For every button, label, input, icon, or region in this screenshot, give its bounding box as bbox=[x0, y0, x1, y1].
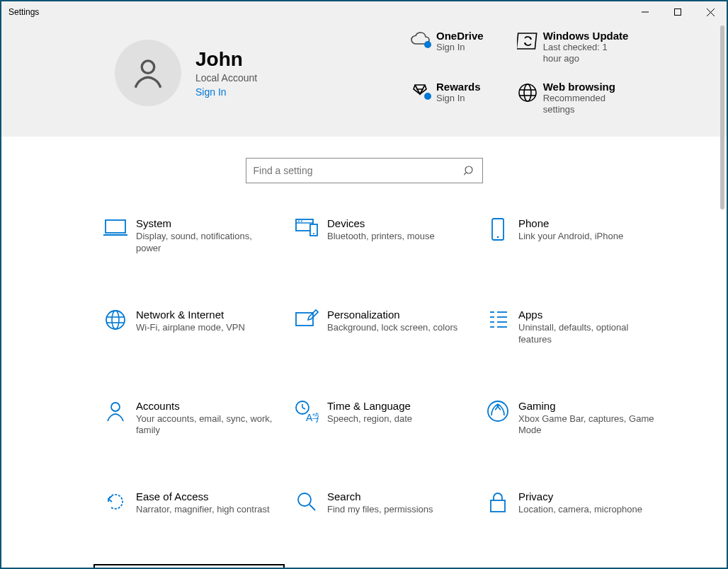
personalization-icon bbox=[289, 309, 324, 328]
avatar bbox=[115, 40, 181, 106]
scrollbar-thumb[interactable] bbox=[720, 25, 724, 209]
window-title: Settings bbox=[8, 7, 39, 17]
category-phone[interactable]: Phone Link your Android, iPhone bbox=[476, 212, 667, 260]
status-title: Rewards bbox=[436, 81, 481, 93]
search-area bbox=[1, 137, 727, 212]
search-icon bbox=[464, 165, 475, 176]
svg-point-9 bbox=[524, 84, 531, 101]
category-sub: Your accounts, email, sync, work, family bbox=[136, 413, 278, 437]
status-title: OneDrive bbox=[436, 30, 484, 42]
ease-of-access-icon bbox=[98, 490, 133, 513]
category-title: System bbox=[136, 217, 278, 229]
privacy-icon bbox=[480, 490, 516, 515]
category-title: Personalization bbox=[327, 309, 469, 321]
category-sub: Wi-Fi, airplane mode, VPN bbox=[136, 322, 278, 334]
svg-point-7 bbox=[424, 93, 431, 100]
svg-point-19 bbox=[301, 221, 302, 222]
svg-point-5 bbox=[424, 41, 431, 48]
category-privacy[interactable]: Privacy Location, camera, microphone bbox=[476, 485, 667, 522]
svg-rect-6 bbox=[517, 33, 537, 49]
category-title: Time & Language bbox=[327, 400, 469, 412]
network-icon bbox=[98, 309, 133, 331]
status-rewards[interactable]: Rewards Sign In bbox=[405, 81, 484, 116]
category-sub: Background, lock screen, colors bbox=[327, 322, 469, 334]
titlebar: Settings bbox=[1, 1, 727, 23]
category-title: Apps bbox=[518, 309, 660, 321]
category-ease-of-access[interactable]: Ease of Access Narrator, magnifier, high… bbox=[93, 485, 285, 522]
time-language-icon: A字 bbox=[289, 400, 324, 423]
category-apps[interactable]: Apps Uninstall, defaults, optional featu… bbox=[476, 303, 667, 352]
svg-point-4 bbox=[142, 60, 154, 73]
category-sub: Location, camera, microphone bbox=[518, 504, 660, 516]
svg-text:A字: A字 bbox=[306, 412, 319, 423]
category-update-security[interactable]: Update & Security Windows Update, recove… bbox=[93, 564, 285, 569]
rewards-icon bbox=[405, 81, 436, 102]
status-sub: Sign In bbox=[436, 93, 481, 104]
minimize-icon bbox=[642, 8, 649, 16]
devices-icon bbox=[289, 217, 324, 237]
category-sub: Speech, region, date bbox=[327, 413, 469, 425]
sign-in-link[interactable]: Sign In bbox=[195, 86, 257, 98]
status-sub: Recommended settings bbox=[543, 93, 621, 116]
user-name: John bbox=[195, 48, 257, 71]
category-devices[interactable]: Devices Bluetooth, printers, mouse bbox=[285, 212, 476, 260]
svg-point-23 bbox=[497, 236, 499, 238]
category-time-language[interactable]: A字 Time & Language Speech, region, date bbox=[285, 394, 476, 443]
search-box[interactable] bbox=[246, 158, 483, 183]
category-search[interactable]: Search Find my files, permissions bbox=[285, 485, 476, 522]
status-web-browsing[interactable]: Web browsing Recommended settings bbox=[512, 81, 629, 116]
svg-point-37 bbox=[111, 403, 120, 411]
search-category-icon bbox=[289, 490, 324, 513]
category-title: Devices bbox=[327, 217, 469, 229]
category-sub: Link your Android, iPhone bbox=[518, 231, 660, 243]
status-title: Web browsing bbox=[543, 81, 621, 93]
category-title: Phone bbox=[518, 217, 660, 229]
minimize-button[interactable] bbox=[629, 1, 661, 23]
user-info: John Local Account Sign In bbox=[195, 48, 257, 98]
svg-point-12 bbox=[465, 166, 472, 173]
status-windows-update[interactable]: Windows Update Last checked: 1 hour ago bbox=[512, 30, 629, 65]
person-icon bbox=[130, 55, 166, 91]
svg-point-21 bbox=[313, 233, 314, 234]
system-icon bbox=[98, 217, 133, 237]
maximize-icon bbox=[674, 8, 681, 16]
status-sub: Last checked: 1 hour ago bbox=[543, 42, 621, 65]
category-title: Network & Internet bbox=[136, 309, 278, 321]
category-system[interactable]: System Display, sound, notifications, po… bbox=[93, 212, 285, 260]
category-sub: Display, sound, notifications, power bbox=[136, 231, 278, 255]
accounts-icon bbox=[98, 400, 133, 423]
close-button[interactable] bbox=[694, 1, 727, 23]
svg-line-44 bbox=[309, 505, 315, 510]
category-sub: Find my files, permissions bbox=[327, 504, 469, 516]
gaming-icon bbox=[480, 400, 516, 423]
category-network[interactable]: Network & Internet Wi-Fi, airplane mode,… bbox=[93, 303, 285, 352]
maximize-button[interactable] bbox=[661, 1, 694, 23]
window-controls bbox=[629, 1, 727, 23]
status-sub: Sign In bbox=[436, 42, 484, 53]
category-personalization[interactable]: Personalization Background, lock screen,… bbox=[285, 303, 476, 352]
status-onedrive[interactable]: OneDrive Sign In bbox=[405, 30, 484, 65]
category-title: Accounts bbox=[136, 400, 278, 412]
svg-point-25 bbox=[112, 311, 119, 329]
windows-update-icon bbox=[512, 30, 543, 51]
globe-icon bbox=[512, 81, 543, 103]
svg-line-13 bbox=[464, 173, 466, 175]
category-accounts[interactable]: Accounts Your accounts, email, sync, wor… bbox=[93, 394, 285, 443]
account-type: Local Account bbox=[195, 72, 257, 84]
categories-grid: System Display, sound, notifications, po… bbox=[1, 212, 727, 569]
category-gaming[interactable]: Gaming Xbox Game Bar, captures, Game Mod… bbox=[476, 394, 667, 443]
category-sub: Xbox Game Bar, captures, Game Mode bbox=[518, 413, 660, 437]
category-sub: Narrator, magnifier, high contrast bbox=[136, 504, 278, 516]
phone-icon bbox=[480, 217, 516, 241]
svg-rect-1 bbox=[675, 9, 681, 16]
svg-rect-14 bbox=[106, 220, 125, 233]
status-grid: OneDrive Sign In Windows Update Last che… bbox=[405, 30, 628, 115]
onedrive-icon bbox=[405, 30, 436, 48]
status-title: Windows Update bbox=[543, 30, 629, 42]
settings-window: Settings John Local Account bbox=[0, 0, 728, 569]
search-input[interactable] bbox=[254, 165, 464, 176]
category-sub: Uninstall, defaults, optional features bbox=[518, 322, 660, 346]
apps-icon bbox=[480, 309, 516, 330]
svg-point-8 bbox=[519, 84, 536, 101]
category-title: Privacy bbox=[518, 490, 660, 502]
